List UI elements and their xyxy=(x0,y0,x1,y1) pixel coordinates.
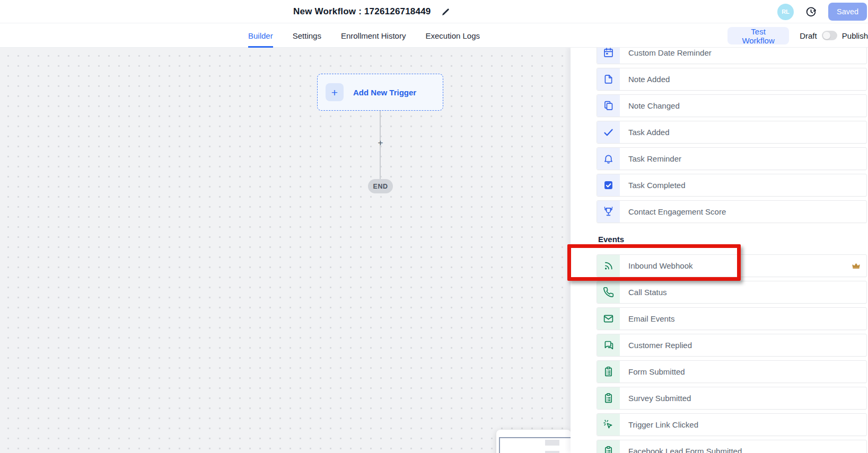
trigger-item-label: Task Added xyxy=(628,128,670,137)
trigger-item-custom-date-reminder[interactable]: Custom Date Reminder xyxy=(597,48,867,64)
trigger-item-note-changed[interactable]: Note Changed xyxy=(597,94,867,117)
trigger-item-label: Survey Submitted xyxy=(628,394,691,403)
tab-settings[interactable]: Settings xyxy=(293,23,321,48)
trigger-item-label: Contact Engagement Score xyxy=(628,207,726,216)
edit-title-icon[interactable] xyxy=(441,7,450,16)
workflow-title-wrap: New Workflow : 1726126718449 xyxy=(293,0,450,23)
publish-toggle[interactable] xyxy=(822,31,837,40)
trigger-item-trigger-link-clicked[interactable]: Trigger Link Clicked xyxy=(597,413,867,436)
avatar[interactable]: RL xyxy=(777,4,794,20)
workflow-canvas[interactable]: + Add New Trigger + END xyxy=(0,48,571,453)
trigger-item-facebook-lead-form-submitted[interactable]: Facebook Lead Form Submitted xyxy=(597,440,867,453)
triggers-sidebar[interactable]: Custom Date ReminderNote AddedNote Chang… xyxy=(571,48,868,453)
toggle-knob xyxy=(823,32,830,39)
phone-icon xyxy=(597,281,620,303)
trophy-icon xyxy=(597,201,620,223)
clipboard-icon xyxy=(597,440,620,453)
add-trigger-label: Add New Trigger xyxy=(353,88,416,97)
trigger-item-label: Task Reminder xyxy=(628,154,681,163)
trigger-item-label: Email Events xyxy=(628,314,675,323)
draft-label: Draft xyxy=(800,31,817,40)
app-header: New Workflow : 1726126718449 RL Saved xyxy=(0,0,868,23)
bell-icon xyxy=(597,148,620,170)
trigger-item-label: Trigger Link Clicked xyxy=(628,420,698,429)
end-node: END xyxy=(368,179,393,193)
trigger-item-label: Facebook Lead Form Submitted xyxy=(628,447,742,453)
trigger-item-form-submitted[interactable]: Form Submitted xyxy=(597,360,867,383)
page-title: New Workflow : 1726126718449 xyxy=(293,6,431,17)
trigger-item-note-added[interactable]: Note Added xyxy=(597,68,867,91)
trigger-item-task-added[interactable]: Task Added xyxy=(597,121,867,144)
mail-icon xyxy=(597,308,620,330)
trigger-item-contact-engagement-score[interactable]: Contact Engagement Score xyxy=(597,200,867,223)
minimap-bar xyxy=(545,440,559,446)
note-icon xyxy=(597,68,620,90)
trigger-item-task-reminder[interactable]: Task Reminder xyxy=(597,147,867,170)
trigger-item-label: Note Added xyxy=(628,75,670,84)
trigger-item-call-status[interactable]: Call Status xyxy=(597,281,867,304)
version-history-icon[interactable] xyxy=(805,6,817,17)
section-header-events: Events xyxy=(598,235,867,245)
chat-icon xyxy=(597,334,620,356)
save-button[interactable]: Saved xyxy=(828,3,867,21)
tab-execution-logs[interactable]: Execution Logs xyxy=(425,23,480,48)
add-step-button[interactable]: + xyxy=(376,138,385,149)
trigger-item-task-completed[interactable]: Task Completed xyxy=(597,174,867,197)
tab-builder[interactable]: Builder xyxy=(248,23,273,48)
test-workflow-button[interactable]: Test Workflow xyxy=(727,27,789,45)
checkbox-checked-icon xyxy=(597,174,620,196)
minimap-frame xyxy=(499,437,571,453)
plus-icon: + xyxy=(326,83,344,101)
webhook-icon xyxy=(597,255,620,277)
trigger-item-label: Note Changed xyxy=(628,101,680,110)
nav-right: Test Workflow Draft Publish xyxy=(727,23,868,48)
trigger-list: Custom Date ReminderNote AddedNote Chang… xyxy=(597,48,867,453)
trigger-item-survey-submitted[interactable]: Survey Submitted xyxy=(597,387,867,410)
minimap-bar xyxy=(545,451,559,453)
trigger-item-label: Form Submitted xyxy=(628,367,685,376)
trigger-item-label: Inbound Webhook xyxy=(628,261,693,270)
header-right: RL Saved xyxy=(777,0,867,23)
trigger-item-email-events[interactable]: Email Events xyxy=(597,307,867,330)
trigger-item-label: Custom Date Reminder xyxy=(628,48,712,57)
calendar-icon xyxy=(597,48,620,64)
trigger-item-customer-replied[interactable]: Customer Replied xyxy=(597,334,867,357)
tab-enrollment-history[interactable]: Enrollment History xyxy=(341,23,406,48)
clipboard-icon xyxy=(597,361,620,383)
trigger-item-label: Task Completed xyxy=(628,181,686,190)
trigger-item-inbound-webhook[interactable]: Inbound Webhook xyxy=(597,254,867,277)
publish-label: Publish xyxy=(842,31,868,40)
copy-icon xyxy=(597,95,620,117)
cursor-click-icon xyxy=(597,414,620,436)
clipboard-icon xyxy=(597,387,620,409)
crown-icon xyxy=(852,262,861,270)
check-icon xyxy=(597,121,620,143)
trigger-item-label: Customer Replied xyxy=(628,341,692,350)
tab-bar: BuilderSettingsEnrollment HistoryExecuti… xyxy=(248,23,480,48)
workflow-nav: BuilderSettingsEnrollment HistoryExecuti… xyxy=(0,23,868,48)
trigger-item-label: Call Status xyxy=(628,288,667,297)
add-new-trigger-button[interactable]: + Add New Trigger xyxy=(317,74,443,111)
minimap-panel[interactable] xyxy=(496,430,571,453)
